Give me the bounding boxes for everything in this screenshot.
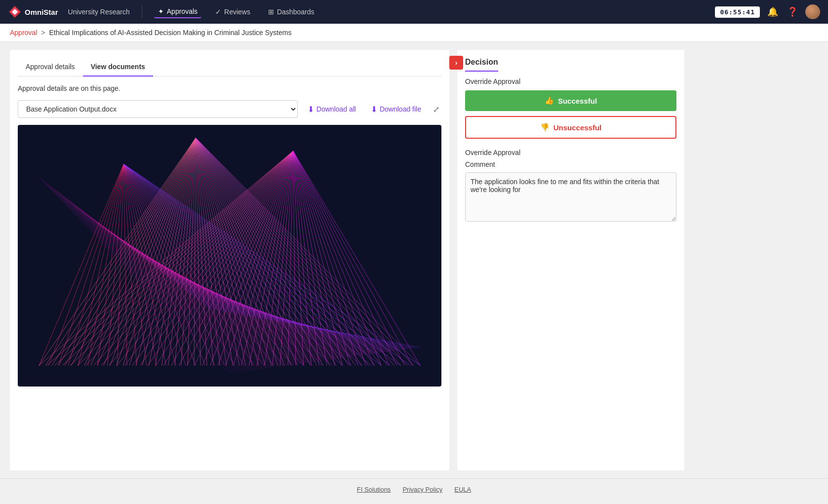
decision-title: Decision (465, 58, 676, 78)
download-all-icon: ⬇ (308, 105, 314, 114)
approval-note: Approval details are on this page. (18, 84, 441, 92)
nav-dashboards-label: Dashboards (277, 8, 315, 16)
download-all-button[interactable]: ⬇ Download all (303, 102, 361, 117)
brand-logo[interactable]: OmniStar (8, 5, 58, 19)
override-approval-top-label: Override Approval (465, 78, 676, 85)
breadcrumb-approval-link[interactable]: Approval (10, 29, 37, 37)
nav-right: 06:55:41 🔔 ❓ (715, 4, 820, 19)
navbar: OmniStar University Research ✦ Approvals… (0, 0, 828, 24)
nav-divider (142, 6, 142, 18)
tabs: Approval details View documents (18, 58, 441, 77)
nav-approvals[interactable]: ✦ Approvals (154, 5, 201, 18)
reviews-icon: ✓ (215, 8, 221, 16)
unsuccessful-button[interactable]: 👎 Unsuccessful (465, 116, 676, 139)
tab-approval-details[interactable]: Approval details (18, 58, 83, 77)
nav-reviews[interactable]: ✓ Reviews (211, 6, 254, 18)
dashboards-icon: ⊞ (268, 8, 274, 16)
thumbs-down-icon: 👎 (540, 123, 550, 132)
tab-view-documents[interactable]: View documents (83, 58, 153, 77)
expand-icon: ⤢ (433, 105, 439, 114)
successful-button[interactable]: 👍 Successful (465, 90, 676, 111)
omnistar-logo-icon (8, 5, 22, 19)
footer: FI Solutions Privacy Policy EULA (0, 478, 828, 500)
help-icon[interactable]: ❓ (786, 5, 799, 19)
document-select[interactable]: Base Application Output.docx (18, 100, 298, 118)
breadcrumb: Approval > Ethical Implications of AI-As… (0, 24, 828, 42)
document-preview (18, 125, 441, 387)
thumbs-up-icon: 👍 (545, 96, 554, 105)
breadcrumb-separator: > (41, 29, 45, 37)
panel-collapse-button[interactable]: › (449, 56, 463, 70)
avatar-image (805, 4, 820, 19)
user-avatar[interactable] (805, 4, 820, 19)
download-file-button[interactable]: ⬇ Download file (366, 102, 426, 117)
doc-toolbar: Base Application Output.docx ⬇ Download … (18, 100, 441, 118)
nav-approvals-label: Approvals (167, 7, 197, 15)
footer-fi-solutions[interactable]: FI Solutions (357, 486, 391, 493)
override-approval-bottom-label: Override Approval (465, 149, 676, 156)
breadcrumb-current-page: Ethical Implications of AI-Assisted Deci… (49, 29, 291, 37)
notifications-icon[interactable]: 🔔 (766, 5, 780, 19)
document-canvas (18, 125, 441, 387)
timer-display: 06:55:41 (715, 6, 760, 18)
main-content: Approval details View documents Approval… (0, 42, 828, 478)
comment-label: Comment (465, 160, 676, 168)
nav-reviews-label: Reviews (224, 8, 250, 16)
org-name: University Research (68, 8, 130, 16)
download-file-icon: ⬇ (371, 105, 377, 114)
brand-name: OmniStar (25, 8, 58, 16)
comment-textarea[interactable]: The application looks fine to me and fit… (465, 172, 676, 222)
approvals-icon: ✦ (158, 7, 164, 15)
right-panel: › Decision Override Approval 👍 Successfu… (457, 50, 684, 470)
chevron-right-icon: › (455, 59, 458, 67)
footer-privacy-policy[interactable]: Privacy Policy (402, 486, 442, 493)
expand-button[interactable]: ⤢ (431, 103, 441, 116)
left-panel: Approval details View documents Approval… (10, 50, 449, 470)
nav-dashboards[interactable]: ⊞ Dashboards (264, 6, 318, 18)
footer-eula[interactable]: EULA (454, 486, 471, 493)
